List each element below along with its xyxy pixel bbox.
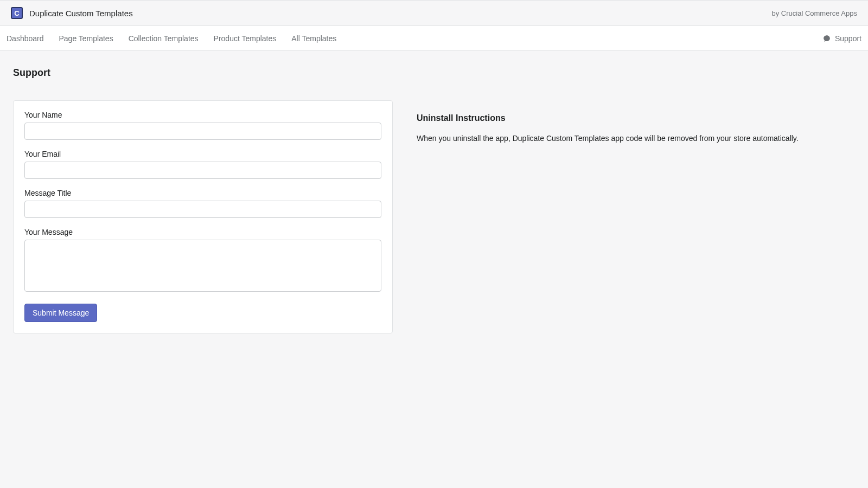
nav-page-templates[interactable]: Page Templates xyxy=(59,32,113,45)
page-content: Support Your Name Your Email Message Tit… xyxy=(0,51,868,350)
message-textarea[interactable] xyxy=(24,240,381,292)
name-input[interactable] xyxy=(24,123,381,140)
topbar-left: C Duplicate Custom Templates xyxy=(11,7,133,19)
support-form-card: Your Name Your Email Message Title Your … xyxy=(13,100,393,333)
message-label: Your Message xyxy=(24,228,381,236)
uninstall-heading: Uninstall Instructions xyxy=(417,113,855,123)
page-heading: Support xyxy=(13,67,855,79)
app-logo-icon: C xyxy=(11,7,23,19)
name-label: Your Name xyxy=(24,111,381,119)
message-title-input[interactable] xyxy=(24,201,381,218)
byline: by Crucial Commerce Apps xyxy=(772,9,858,17)
topbar: C Duplicate Custom Templates by Crucial … xyxy=(0,0,868,26)
submit-button[interactable]: Submit Message xyxy=(24,304,97,322)
nav-dashboard[interactable]: Dashboard xyxy=(7,32,44,45)
form-group-email: Your Email xyxy=(24,150,381,179)
nav-collection-templates[interactable]: Collection Templates xyxy=(129,32,199,45)
form-group-name: Your Name xyxy=(24,111,381,140)
form-group-title: Message Title xyxy=(24,189,381,218)
info-column: Uninstall Instructions When you uninstal… xyxy=(417,100,855,144)
nav-left: Dashboard Page Templates Collection Temp… xyxy=(7,32,336,45)
app-title: Duplicate Custom Templates xyxy=(29,9,133,18)
nav-support-label: Support xyxy=(835,34,861,43)
email-input[interactable] xyxy=(24,162,381,179)
navbar: Dashboard Page Templates Collection Temp… xyxy=(0,26,868,51)
chat-icon xyxy=(823,35,831,42)
message-title-label: Message Title xyxy=(24,189,381,197)
nav-product-templates[interactable]: Product Templates xyxy=(214,32,277,45)
form-group-message: Your Message xyxy=(24,228,381,294)
nav-all-templates[interactable]: All Templates xyxy=(291,32,336,45)
email-label: Your Email xyxy=(24,150,381,158)
nav-support[interactable]: Support xyxy=(823,34,861,43)
two-column-layout: Your Name Your Email Message Title Your … xyxy=(13,100,855,333)
uninstall-text: When you uninstall the app, Duplicate Cu… xyxy=(417,133,855,144)
